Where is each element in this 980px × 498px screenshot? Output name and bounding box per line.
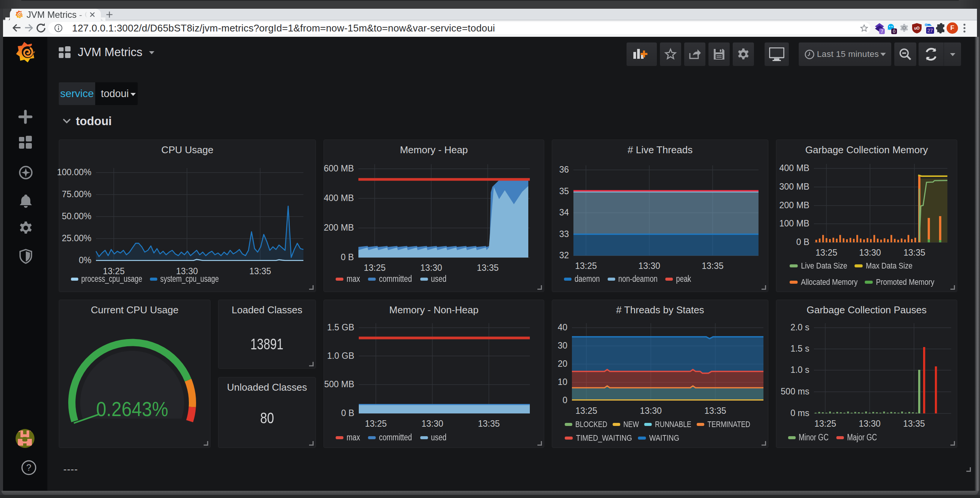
- svg-text:0: 0: [893, 29, 896, 34]
- svg-text:?: ?: [26, 462, 31, 473]
- svg-text:7: 7: [881, 29, 883, 34]
- svg-text:27: 27: [927, 28, 932, 33]
- svg-text:uO: uO: [914, 26, 920, 30]
- svg-text:0.2643%: 0.2643%: [96, 398, 169, 420]
